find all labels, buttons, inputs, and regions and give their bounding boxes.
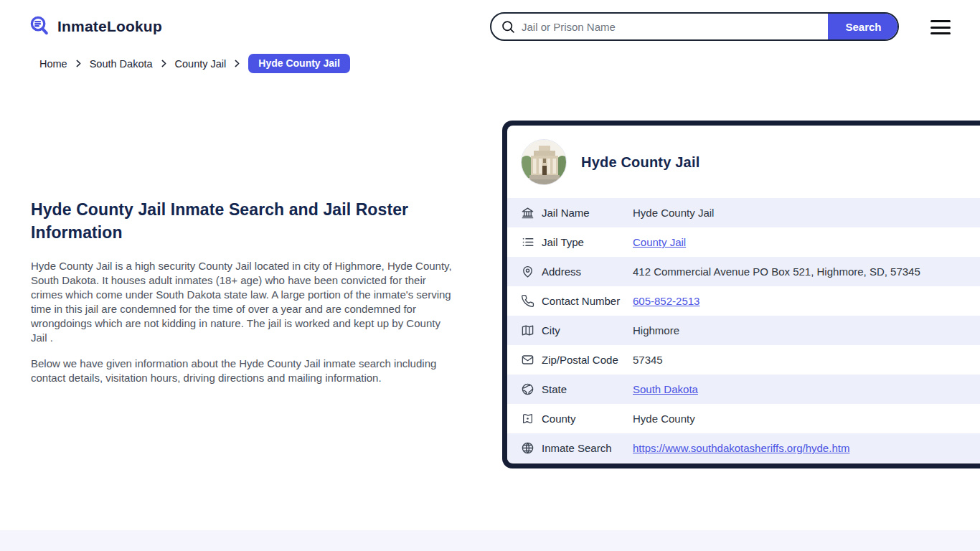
row-zip-code: Zip/Postal Code 57345 [507, 345, 980, 375]
globe-grid-icon [521, 441, 535, 456]
search-button[interactable]: Search [828, 12, 899, 41]
chevron-right-icon [74, 59, 83, 68]
row-county: County Hyde County [507, 404, 980, 433]
inmate-search-link[interactable]: https://www.southdakotasheriffs.org/hyde… [633, 442, 849, 454]
menu-hamburger-icon[interactable] [930, 20, 951, 34]
row-jail-name: Jail Name Hyde County Jail [507, 198, 980, 227]
breadcrumb-jail-type[interactable]: County Jail [175, 58, 227, 70]
county-flag-icon [521, 412, 535, 426]
mail-icon [521, 353, 535, 367]
footer-strip [0, 530, 980, 551]
jail-info-card: Hyde County Jail Jail Name Hyde County J… [502, 121, 980, 468]
breadcrumb-home[interactable]: Home [39, 58, 67, 70]
bank-icon [521, 206, 535, 220]
row-city: City Highmore [507, 316, 980, 345]
phone-icon [521, 294, 535, 309]
row-state: State South Dakota [507, 375, 980, 404]
breadcrumb-current-badge[interactable]: Hyde County Jail [248, 54, 350, 73]
row-contact-number: Contact Number 605-852-2513 [507, 286, 980, 316]
article-column: Hyde County Jail Inmate Search and Jail … [31, 198, 457, 385]
card-header: Hyde County Jail [507, 126, 980, 198]
row-inmate-search: Inmate Search https://www.southdakotashe… [507, 433, 980, 463]
intro-paragraph: Hyde County Jail is a high security Coun… [31, 259, 457, 345]
state-link[interactable]: South Dakota [633, 383, 698, 395]
jail-details-table: Jail Name Hyde County Jail Jail Type Cou… [507, 198, 980, 463]
breadcrumb-state[interactable]: South Dakota [90, 58, 153, 70]
search-icon [501, 19, 516, 34]
search-input[interactable] [516, 14, 828, 39]
chevron-right-icon [232, 59, 242, 68]
site-logo[interactable]: InmateLookup [29, 15, 162, 37]
logo-text: InmateLookup [57, 18, 162, 35]
jail-photo [521, 139, 567, 185]
info-paragraph: Below we have given information about th… [31, 357, 457, 385]
magnifier-logo-icon [29, 15, 51, 37]
chevron-right-icon [159, 59, 169, 68]
map-pin-icon [521, 265, 535, 279]
jail-card-title: Hyde County Jail [581, 154, 699, 171]
search-bar: Search [490, 12, 899, 41]
globe-icon [521, 382, 535, 397]
contact-number-link[interactable]: 605-852-2513 [633, 295, 699, 307]
page-title: Hyde County Jail Inmate Search and Jail … [31, 198, 457, 244]
row-jail-type: Jail Type County Jail [507, 227, 980, 257]
list-icon [521, 235, 535, 250]
row-address: Address 412 Commercial Avenue PO Box 521… [507, 257, 980, 286]
jail-type-link[interactable]: County Jail [633, 236, 686, 248]
breadcrumb: Home South Dakota County Jail Hyde Count… [39, 54, 350, 73]
map-icon [521, 324, 535, 338]
